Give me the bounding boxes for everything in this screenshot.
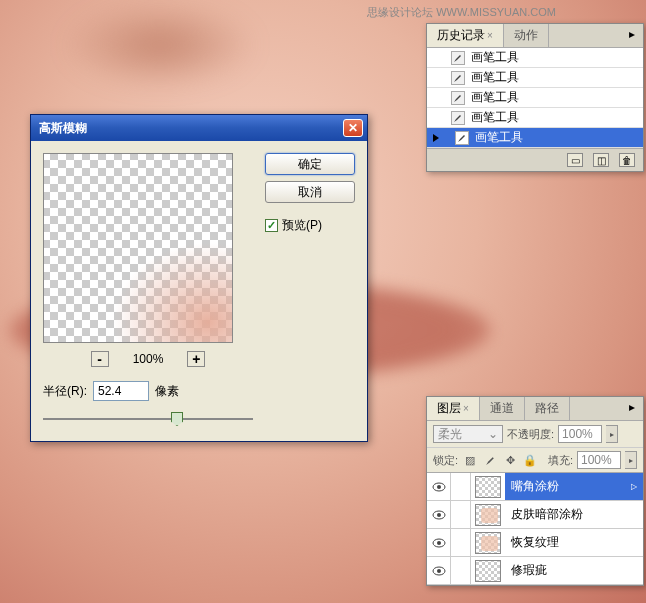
current-state-marker-icon <box>433 134 439 142</box>
panel-menu-icon[interactable]: ▸ <box>621 397 643 420</box>
eye-icon <box>432 510 446 520</box>
blend-mode-select[interactable]: 柔光⌄ <box>433 425 503 443</box>
history-item[interactable]: 画笔工具 <box>427 68 643 88</box>
eye-icon <box>432 566 446 576</box>
preview-canvas[interactable] <box>43 153 233 343</box>
lock-all-icon[interactable]: 🔒 <box>522 452 538 468</box>
opacity-flyout-icon[interactable]: ▸ <box>606 425 618 443</box>
layer-thumbnail[interactable] <box>475 476 501 498</box>
link-cell[interactable] <box>451 529 471 556</box>
brush-icon <box>451 71 465 85</box>
svg-point-1 <box>437 485 441 489</box>
lock-transparency-icon[interactable]: ▨ <box>462 452 478 468</box>
zoom-in-button[interactable]: + <box>187 351 205 367</box>
ok-button[interactable]: 确定 <box>265 153 355 175</box>
chevron-right-icon: ▷ <box>631 482 637 491</box>
visibility-toggle[interactable] <box>427 473 451 500</box>
layers-panel: 图层× 通道 路径 ▸ 柔光⌄ 不透明度: 100% ▸ 锁定: ▨ ✥ 🔒 填… <box>426 396 644 586</box>
brush-icon <box>485 455 496 466</box>
eye-icon <box>432 482 446 492</box>
layer-name[interactable]: 嘴角涂粉▷ <box>505 473 643 500</box>
preview-content <box>112 242 232 342</box>
delete-state-icon[interactable]: 🗑 <box>619 153 635 167</box>
brush-icon <box>451 91 465 105</box>
layer-thumbnail[interactable] <box>475 532 501 554</box>
tab-actions[interactable]: 动作 <box>504 24 549 47</box>
layer-row[interactable]: 嘴角涂粉▷ <box>427 473 643 501</box>
opacity-label: 不透明度: <box>507 427 554 442</box>
preview-checkbox[interactable]: ✓ 预览(P) <box>265 217 355 234</box>
gaussian-blur-dialog: 高斯模糊 ✕ - 100% + 半径(R): 像素 确定 取消 <box>30 114 368 442</box>
visibility-toggle[interactable] <box>427 501 451 528</box>
layers-list: 嘴角涂粉▷皮肤暗部涂粉恢复纹理修瑕疵 <box>427 473 643 585</box>
history-item-label: 画笔工具 <box>471 109 519 126</box>
layer-row[interactable]: 恢复纹理 <box>427 529 643 557</box>
panel-menu-icon[interactable]: ▸ <box>621 24 643 47</box>
preview-check-label: 预览(P) <box>282 217 322 234</box>
brush-icon <box>451 51 465 65</box>
history-item[interactable]: 画笔工具 <box>427 108 643 128</box>
lock-label: 锁定: <box>433 453 458 468</box>
link-cell[interactable] <box>451 557 471 584</box>
brush-icon <box>455 131 469 145</box>
radius-input[interactable] <box>93 381 149 401</box>
dialog-title: 高斯模糊 <box>35 120 343 137</box>
watermark: 思缘设计论坛 WWW.MISSYUAN.COM <box>367 5 556 20</box>
lock-paint-icon[interactable] <box>482 452 498 468</box>
dialog-titlebar[interactable]: 高斯模糊 ✕ <box>31 115 367 141</box>
slider-track-line <box>43 418 253 420</box>
layer-row[interactable]: 修瑕疵 <box>427 557 643 585</box>
visibility-toggle[interactable] <box>427 529 451 556</box>
layer-name[interactable]: 恢复纹理 <box>505 529 643 556</box>
history-item-label: 画笔工具 <box>471 89 519 106</box>
svg-point-5 <box>437 541 441 545</box>
zoom-out-button[interactable]: - <box>91 351 109 367</box>
history-item-label: 画笔工具 <box>471 69 519 86</box>
new-snapshot-icon[interactable]: ◫ <box>593 153 609 167</box>
history-item[interactable]: 画笔工具 <box>427 128 643 148</box>
nose-shadow <box>60 0 260 90</box>
layer-thumbnail[interactable] <box>475 504 501 526</box>
tab-channels[interactable]: 通道 <box>480 397 525 420</box>
layer-thumbnail[interactable] <box>475 560 501 582</box>
radius-label: 半径(R): <box>43 383 87 400</box>
fill-label: 填充: <box>548 453 573 468</box>
history-item[interactable]: 画笔工具 <box>427 48 643 68</box>
tab-close-icon[interactable]: × <box>487 30 493 41</box>
opacity-input[interactable]: 100% <box>558 425 602 443</box>
cancel-button[interactable]: 取消 <box>265 181 355 203</box>
fill-input[interactable]: 100% <box>577 451 621 469</box>
layer-row[interactable]: 皮肤暗部涂粉 <box>427 501 643 529</box>
chevron-down-icon: ⌄ <box>488 427 498 441</box>
link-cell[interactable] <box>451 501 471 528</box>
history-footer: ▭ ◫ 🗑 <box>427 148 643 171</box>
check-icon: ✓ <box>265 219 278 232</box>
layers-tabs: 图层× 通道 路径 ▸ <box>427 397 643 421</box>
zoom-level: 100% <box>133 352 164 366</box>
visibility-toggle[interactable] <box>427 557 451 584</box>
history-item-label: 画笔工具 <box>471 49 519 66</box>
svg-point-3 <box>437 513 441 517</box>
tab-close-icon[interactable]: × <box>463 403 469 414</box>
history-item-label: 画笔工具 <box>475 129 523 146</box>
svg-point-7 <box>437 569 441 573</box>
close-icon[interactable]: ✕ <box>343 119 363 137</box>
tab-history[interactable]: 历史记录× <box>427 24 504 47</box>
new-doc-from-state-icon[interactable]: ▭ <box>567 153 583 167</box>
brush-icon <box>451 111 465 125</box>
radius-unit: 像素 <box>155 383 179 400</box>
fill-flyout-icon[interactable]: ▸ <box>625 451 637 469</box>
tab-layers[interactable]: 图层× <box>427 397 480 420</box>
history-list: 画笔工具画笔工具画笔工具画笔工具画笔工具 <box>427 48 643 148</box>
tab-paths[interactable]: 路径 <box>525 397 570 420</box>
lock-move-icon[interactable]: ✥ <box>502 452 518 468</box>
history-panel: 历史记录× 动作 ▸ 画笔工具画笔工具画笔工具画笔工具画笔工具 ▭ ◫ 🗑 <box>426 23 644 172</box>
radius-slider[interactable] <box>43 409 253 429</box>
layer-name[interactable]: 皮肤暗部涂粉 <box>505 501 643 528</box>
eye-icon <box>432 538 446 548</box>
slider-thumb[interactable] <box>171 412 183 426</box>
layer-name[interactable]: 修瑕疵 <box>505 557 643 584</box>
history-tabs: 历史记录× 动作 ▸ <box>427 24 643 48</box>
link-cell[interactable] <box>451 473 471 500</box>
history-item[interactable]: 画笔工具 <box>427 88 643 108</box>
